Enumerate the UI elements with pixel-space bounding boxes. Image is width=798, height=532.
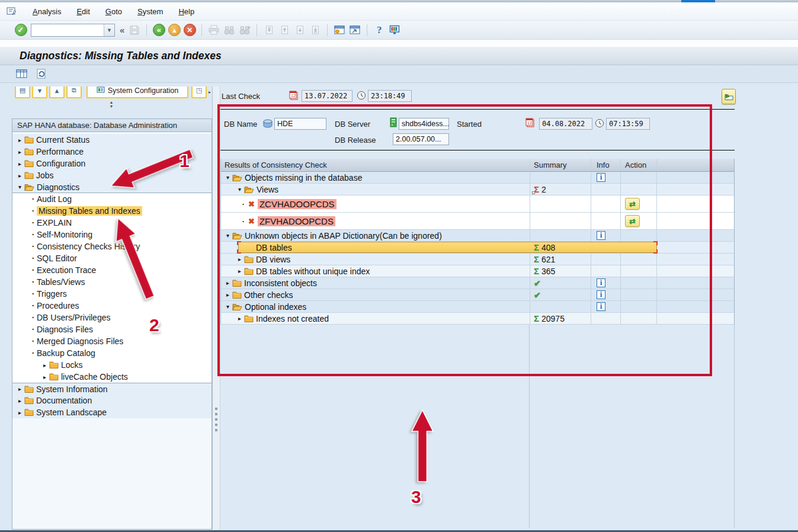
detach-panel-button[interactable]: ⧉ xyxy=(66,86,82,98)
sidebar-item[interactable]: ▸Locks xyxy=(12,359,211,371)
expander-expanded-icon[interactable]: ▾ xyxy=(224,174,232,181)
sidebar-item[interactable]: ·Triggers xyxy=(12,288,211,300)
shortcut-button[interactable] xyxy=(347,23,363,38)
sidebar-item[interactable]: ·Merged Diagnosis Files xyxy=(12,335,211,347)
expander-expanded-icon[interactable]: ▾ xyxy=(236,186,243,193)
sidebar-item[interactable]: ·Execution Trace xyxy=(12,264,211,276)
sidebar-item[interactable]: ▸Configuration xyxy=(12,158,211,169)
sidebar-item[interactable]: ▾Diagnostics xyxy=(12,181,211,193)
more-tools-icon[interactable]: ▸ xyxy=(209,89,211,95)
expander-collapsed-icon[interactable]: ▸ xyxy=(41,374,49,380)
result-row[interactable]: ▾ViewsΣ2 xyxy=(221,184,734,196)
last-check-time-field[interactable]: 23:18:49 xyxy=(368,90,412,102)
sidebar-item[interactable]: ▸System Landscape xyxy=(12,406,211,418)
db-server-field[interactable]: shdbs4idess... xyxy=(399,118,449,130)
sidebar-item[interactable]: ·DB Users/Privileges xyxy=(12,312,211,323)
expander-collapsed-icon[interactable]: ▸ xyxy=(16,149,24,155)
expand-fullscreen-button[interactable] xyxy=(722,89,736,104)
cancel-button[interactable]: ✕ xyxy=(182,23,197,38)
help-button[interactable]: ? xyxy=(371,23,387,38)
first-page-button[interactable] xyxy=(261,23,277,38)
expander-collapsed-icon[interactable]: ▸ xyxy=(16,137,24,143)
command-input[interactable] xyxy=(32,25,102,36)
sidebar-item[interactable]: ▸Current Status xyxy=(12,134,211,146)
new-session-button[interactable] xyxy=(332,23,347,38)
info-icon[interactable]: i xyxy=(597,231,605,240)
menu-item-analysis[interactable]: Analysis xyxy=(25,2,69,20)
expander-expanded-icon[interactable]: ▾ xyxy=(224,303,232,310)
expander-collapsed-icon[interactable]: ▸ xyxy=(41,362,49,368)
expander-collapsed-icon[interactable]: ▸ xyxy=(16,409,24,416)
menu-item-goto[interactable]: Goto xyxy=(98,2,130,20)
sidebar-item[interactable]: ▸Jobs xyxy=(12,169,211,181)
expander-collapsed-icon[interactable]: ▸ xyxy=(16,161,24,167)
result-row[interactable]: ▾Optional indexesi xyxy=(221,301,734,313)
splitter-handle[interactable] xyxy=(215,408,217,431)
command-field[interactable]: ▼ xyxy=(31,24,115,37)
result-row[interactable]: ▾Objects missing in the databasei xyxy=(221,172,734,184)
sidebar-item[interactable]: ·Procedures xyxy=(12,300,211,312)
sidebar-item[interactable]: ▸System Information xyxy=(12,383,211,395)
started-date-field[interactable]: 04.08.2022 xyxy=(539,118,592,130)
info-icon[interactable]: i xyxy=(597,173,605,182)
expander-collapsed-icon[interactable]: ▸ xyxy=(224,291,232,298)
previous-page-button[interactable] xyxy=(277,23,292,38)
sidebar-item[interactable]: ·Self-Monitoring xyxy=(12,229,211,241)
command-dropdown-icon[interactable]: ▼ xyxy=(104,24,114,36)
db-name-field[interactable]: HDE xyxy=(274,118,326,130)
result-row[interactable]: ▸DB tablesΣ408 xyxy=(221,242,734,254)
collapse-toolbar-icon[interactable]: « xyxy=(120,25,124,35)
exit-button[interactable]: ▲ xyxy=(166,23,182,38)
sidebar-item[interactable]: ·Consistency Checks History xyxy=(12,241,211,252)
result-row[interactable]: ▸DB tables without unique indexΣ365 xyxy=(221,265,734,277)
last-check-date-field[interactable]: 13.07.2022 xyxy=(302,90,352,102)
expander-collapsed-icon[interactable]: ▸ xyxy=(16,386,24,392)
dock-layout-button[interactable]: ▤ xyxy=(15,86,30,98)
menu-item-edit[interactable]: Edit xyxy=(69,2,97,20)
refresh-button[interactable] xyxy=(34,68,49,81)
info-icon[interactable]: i xyxy=(597,290,605,299)
find-next-button[interactable] xyxy=(237,23,252,38)
sidebar-item[interactable]: ▸Performance xyxy=(12,146,211,158)
recreate-object-button[interactable]: ⇄ xyxy=(625,198,640,210)
choose-layout-button[interactable] xyxy=(14,68,28,81)
result-row[interactable]: ·✖ZCVHADOOPCDS⇄ xyxy=(221,196,734,213)
panel-splitter[interactable] xyxy=(212,86,220,530)
recreate-object-button[interactable]: ⇄ xyxy=(625,215,640,227)
system-configuration-button[interactable]: System Configuration xyxy=(86,86,188,98)
info-icon[interactable]: i xyxy=(597,278,605,287)
sort-ascending-button[interactable]: ▲ xyxy=(49,86,65,98)
result-row[interactable]: ▸Other checks✔i xyxy=(221,289,734,301)
menu-item-help[interactable]: Help xyxy=(171,2,202,20)
sidebar-item[interactable]: ·SQL Editor xyxy=(12,252,211,264)
expander-collapsed-icon[interactable]: ▸ xyxy=(16,398,24,404)
print-button[interactable] xyxy=(206,23,222,38)
expander-expanded-icon[interactable]: ▾ xyxy=(224,232,232,239)
result-row[interactable]: ·✖ZFVHADOOPCDS⇄ xyxy=(221,213,734,230)
result-row[interactable]: ▾Unknown objects in ABAP Dictionary(Can … xyxy=(221,230,734,242)
sidebar-item[interactable]: ·Tables/Views xyxy=(12,276,211,288)
sidebar-item[interactable]: ▸Documentation xyxy=(12,395,211,406)
expander-expanded-icon[interactable]: ▾ xyxy=(16,184,24,190)
save-button[interactable] xyxy=(127,23,142,38)
sidebar-item[interactable]: ·Missing Tables and Indexes xyxy=(12,205,211,217)
sidebar-item[interactable]: ·Diagnosis Files xyxy=(12,323,211,335)
sidebar-item[interactable]: ·EXPLAIN xyxy=(12,217,211,229)
tree-context-button[interactable]: ◳ xyxy=(191,86,207,98)
find-button[interactable] xyxy=(222,23,237,38)
expander-collapsed-icon[interactable]: ▸ xyxy=(16,172,24,179)
customize-layout-button[interactable] xyxy=(387,23,402,38)
back-button[interactable]: « xyxy=(151,23,166,38)
panel-collapse-handle[interactable]: ▲▼ xyxy=(107,99,116,110)
expander-collapsed-icon[interactable]: ▸ xyxy=(236,315,243,322)
sidebar-item[interactable]: ·Backup Catalog xyxy=(12,347,211,359)
sidebar-item[interactable]: ▸liveCache Objects xyxy=(12,371,211,383)
last-page-button[interactable] xyxy=(307,23,323,38)
expander-collapsed-icon[interactable]: ▸ xyxy=(224,280,232,286)
enter-button[interactable]: ✓ xyxy=(13,23,28,38)
sidebar-item[interactable]: ·Audit Log xyxy=(12,193,211,205)
result-row[interactable]: ▸DB viewsΣ621 xyxy=(221,254,734,265)
expander-collapsed-icon[interactable]: ▸ xyxy=(236,268,243,274)
info-icon[interactable]: i xyxy=(597,302,605,311)
menu-item-system[interactable]: System xyxy=(130,2,171,20)
